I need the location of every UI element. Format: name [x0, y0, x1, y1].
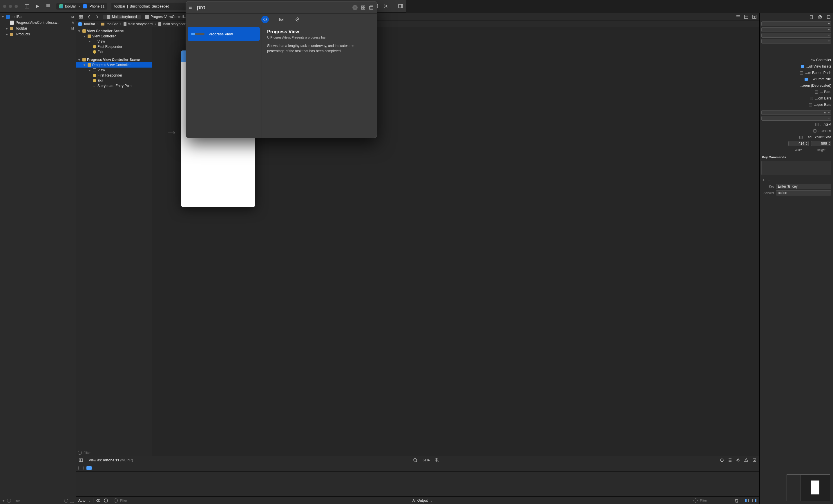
outline-item[interactable]: First Responder — [76, 73, 152, 78]
library-header: ✕ — [186, 1, 377, 14]
outline-label: Progress View Controller — [92, 63, 131, 67]
detach-icon[interactable] — [368, 5, 374, 10]
library-detail-title: Progress View — [267, 29, 372, 34]
close-window[interactable] — [3, 5, 6, 8]
minimize-window[interactable] — [9, 5, 12, 8]
disclosure-icon[interactable]: ▾ — [84, 34, 87, 38]
svg-rect-23 — [81, 17, 83, 18]
device-icon — [83, 4, 87, 8]
zoom-window[interactable] — [15, 5, 18, 8]
activity-status: Succeeded — [152, 4, 169, 8]
tree-label: toolBar — [16, 26, 27, 30]
objects-tab-icon[interactable] — [261, 16, 269, 23]
outline-item[interactable]: First Responder — [76, 44, 152, 49]
svg-rect-65 — [363, 8, 365, 9]
responder-icon — [93, 50, 96, 54]
file-icon — [158, 22, 161, 26]
tree-item-folder[interactable]: Products — [0, 31, 76, 37]
file-tree: toolBar M ProgressViewController.sw… A t… — [0, 13, 76, 246]
scene-icon — [88, 34, 91, 38]
svg-rect-62 — [361, 6, 363, 7]
svg-rect-22 — [81, 15, 83, 17]
outline-item[interactable]: Exit — [76, 49, 152, 54]
disclosure-icon[interactable] — [6, 26, 8, 30]
outline-item[interactable]: ▸View — [76, 39, 152, 44]
tree-item-project[interactable]: toolBar M — [0, 14, 76, 20]
view-icon — [93, 68, 96, 72]
outline-item[interactable]: ▾View Controller Scene — [76, 28, 152, 34]
folder-icon — [101, 23, 104, 25]
library-detail-body: Shows that a lengthy task is underway, a… — [267, 43, 372, 54]
run-button[interactable] — [35, 4, 40, 9]
project-navigator: toolBar M ProgressViewController.sw… A t… — [0, 13, 76, 246]
outline-label: Exit — [97, 50, 103, 54]
responder-icon — [93, 74, 96, 77]
crumb-segment[interactable]: toolBar — [107, 22, 118, 26]
scm-badge: M — [71, 15, 74, 19]
folder-icon — [10, 27, 13, 30]
grid-view-icon[interactable] — [360, 5, 366, 10]
svg-point-68 — [264, 18, 266, 21]
related-items-icon[interactable] — [78, 14, 84, 19]
outline-item[interactable]: Storyboard Entry Point — [76, 83, 152, 89]
storyboard-file-icon — [145, 15, 149, 19]
code-review-icon[interactable] — [383, 3, 388, 9]
disclosure-icon[interactable] — [6, 32, 8, 36]
outline-label: View Controller — [92, 34, 116, 38]
outline-item[interactable]: ▸View — [76, 68, 152, 73]
folder-icon — [10, 33, 13, 36]
svg-point-70 — [281, 19, 281, 19]
disclosure-icon[interactable]: ▸ — [89, 40, 92, 44]
tree-item-file[interactable]: ProgressViewController.sw… A — [0, 20, 76, 25]
crumb-segment[interactable]: toolBar — [84, 22, 95, 26]
outline-label: Storyboard Entry Point — [97, 84, 133, 88]
editor-tab[interactable]: ProgressViewControll… — [141, 15, 192, 19]
crumb-segment[interactable]: Main.storyboard — [127, 22, 152, 26]
outline-label: First Responder — [97, 73, 122, 77]
scheme-project: toolBar — [65, 4, 76, 8]
chevron-right-icon — [78, 4, 81, 8]
library-item[interactable]: Progress View — [188, 27, 260, 41]
tree-label: Products — [16, 32, 30, 36]
disclosure-icon[interactable]: ▾ — [78, 58, 81, 62]
color-tab-icon[interactable] — [294, 16, 301, 23]
entry-point-arrow-icon: → — [166, 126, 177, 139]
scene-icon — [88, 63, 91, 67]
library-item-label: Progress View — [209, 32, 233, 36]
library-menu-icon[interactable] — [189, 5, 194, 9]
back-icon[interactable] — [87, 14, 92, 19]
outline-item[interactable]: Exit — [76, 78, 152, 83]
disclosure-icon[interactable]: ▾ — [84, 63, 87, 67]
arrow-icon — [93, 84, 96, 88]
outline-label: First Responder — [97, 45, 122, 49]
outline-label: View — [97, 40, 105, 44]
responder-icon — [93, 45, 96, 48]
svg-rect-63 — [363, 6, 365, 7]
disclosure-icon[interactable]: ▾ — [78, 29, 81, 33]
outline-item[interactable]: ▾Progress View Controller Scene — [76, 57, 152, 62]
editor-tab[interactable]: Main.storyboard — [103, 15, 141, 19]
view-icon — [93, 40, 96, 43]
library-detail-subtitle: UIProgressView: Presents a progress bar — [267, 36, 372, 39]
scene-icon — [82, 29, 86, 33]
toggle-inspector-icon[interactable] — [398, 3, 403, 9]
media-tab-icon[interactable] — [278, 16, 285, 23]
tree-label: ProgressViewController.sw… — [16, 21, 61, 25]
toggle-navigator-icon[interactable] — [24, 4, 30, 9]
stop-button[interactable] — [46, 4, 50, 7]
clear-search-icon[interactable]: ✕ — [352, 5, 358, 10]
disclosure-icon[interactable]: ▸ — [89, 68, 92, 72]
window-controls — [3, 5, 18, 8]
library-detail-pane: Progress View UIProgressView: Presents a… — [262, 25, 377, 138]
outline-item[interactable]: ▾Progress View Controller — [76, 62, 152, 68]
library-search-input[interactable] — [197, 4, 350, 11]
outline-label: View Controller Scene — [87, 29, 124, 33]
tree-item-folder[interactable]: toolBar M — [0, 25, 76, 31]
disclosure-icon[interactable] — [2, 15, 4, 19]
scheme-selector[interactable]: toolBar iPhone 11 — [56, 3, 107, 9]
tab-label: Main.storyboard — [112, 15, 137, 19]
forward-icon[interactable] — [95, 14, 100, 19]
outline-item[interactable]: ▾View Controller — [76, 34, 152, 39]
progress-view-thumbnail — [191, 33, 205, 35]
tab-label: ProgressViewControll… — [150, 15, 187, 19]
